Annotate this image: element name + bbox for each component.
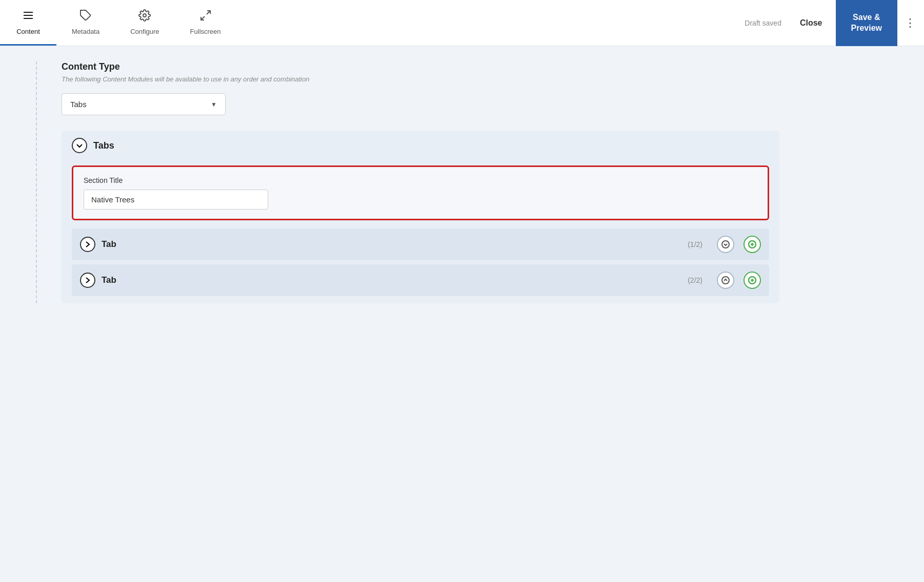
metadata-icon — [79, 9, 92, 25]
save-preview-button[interactable]: Save & Preview — [836, 0, 897, 46]
svg-point-7 — [722, 241, 729, 248]
tab-2-label: Tab — [102, 275, 681, 285]
section-title-input[interactable] — [84, 190, 268, 210]
tab-configure[interactable]: Configure — [115, 0, 174, 46]
content-panel: Content Type The following Content Modul… — [62, 61, 779, 303]
section-title-field-label: Section Title — [84, 176, 757, 184]
tab-2-up-button[interactable] — [717, 272, 734, 289]
content-type-section: Content Type The following Content Modul… — [62, 61, 779, 115]
draft-status: Draft saved — [745, 19, 781, 27]
content-icon — [22, 9, 34, 25]
save-preview-line2: Preview — [851, 24, 882, 32]
tab-1-counter: (1/2) — [688, 240, 702, 248]
tab-2-add-button[interactable] — [744, 272, 761, 289]
dropdown-arrow-icon: ▼ — [211, 101, 217, 108]
fullscreen-icon — [199, 9, 212, 25]
main-content-area: Content Type The following Content Modul… — [0, 46, 924, 319]
section-title-card: Section Title — [72, 165, 769, 220]
tab-1-down-button[interactable] — [717, 236, 734, 253]
tab-1-add-button[interactable] — [744, 236, 761, 253]
tab-1-expand-button[interactable] — [80, 237, 95, 252]
svg-point-11 — [722, 277, 729, 284]
nav-right-section: Draft saved Close — [745, 0, 835, 46]
tab-1-label: Tab — [102, 239, 681, 250]
tab-item-2: Tab (2/2) — [72, 264, 769, 296]
tab-fullscreen[interactable]: Fullscreen — [175, 0, 236, 46]
dropdown-selected-value: Tabs — [70, 100, 87, 109]
tab-item-1: Tab (1/2) — [72, 228, 769, 260]
sidebar-dashes — [36, 61, 37, 303]
content-tab-label: Content — [16, 28, 40, 35]
configure-icon — [138, 9, 151, 25]
top-navigation: Content Metadata Configure — [0, 0, 924, 46]
tabs-section-title: Tabs — [93, 140, 114, 151]
tabs-section-header: Tabs — [62, 131, 779, 160]
tab-metadata[interactable]: Metadata — [56, 0, 115, 46]
tab-2-counter: (2/2) — [688, 276, 702, 284]
tab-2-expand-button[interactable] — [80, 273, 95, 288]
svg-line-5 — [207, 11, 210, 14]
tabs-expand-button[interactable] — [72, 138, 87, 153]
left-sidebar — [21, 61, 62, 303]
tabs-section: Tabs Section Title Tab (1/2) — [62, 131, 779, 303]
save-preview-line1: Save & — [853, 13, 880, 22]
tab-content[interactable]: Content — [0, 0, 56, 46]
metadata-tab-label: Metadata — [72, 28, 99, 35]
svg-line-6 — [201, 16, 205, 20]
close-button[interactable]: Close — [792, 14, 831, 32]
content-type-subtitle: The following Content Modules will be av… — [62, 75, 779, 83]
configure-tab-label: Configure — [130, 28, 159, 35]
content-type-title: Content Type — [62, 61, 779, 72]
content-type-dropdown[interactable]: Tabs ▼ — [62, 93, 226, 115]
fullscreen-tab-label: Fullscreen — [190, 28, 221, 35]
svg-point-4 — [143, 14, 146, 17]
more-options-button[interactable]: ⋮ — [897, 0, 924, 46]
